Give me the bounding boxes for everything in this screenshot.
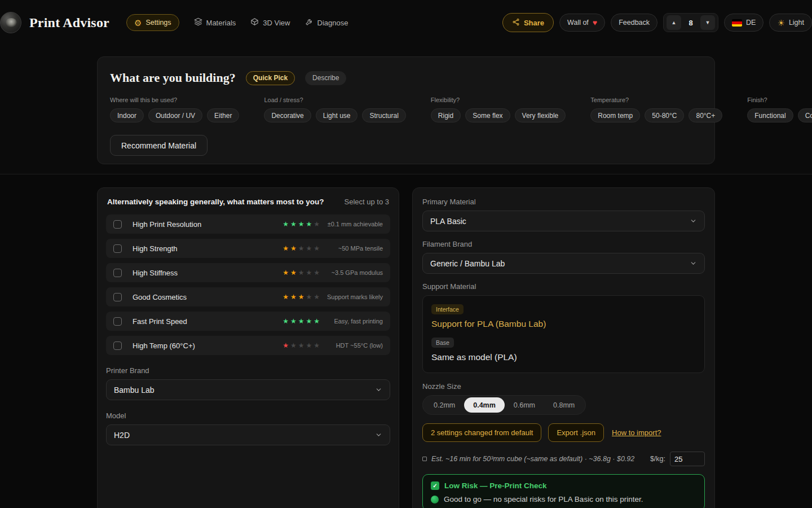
option-some-flex[interactable]: Some flex	[465, 108, 510, 122]
priority-label: High Print Resolution	[133, 220, 201, 229]
risk-body-text: Good to go — no special risks for PLA Ba…	[444, 495, 643, 503]
estimate-row: Est. ~16 min for 50³mm cube (~same as de…	[422, 452, 705, 466]
check-icon: ✓	[431, 481, 439, 490]
tab-3d-view[interactable]: 3D View	[250, 17, 290, 28]
how-to-import-link[interactable]: How to import?	[612, 428, 661, 437]
brand: Print Advisor	[0, 12, 109, 33]
priority-row-high-stiffness[interactable]: High Stiffness ★★★★★ ~3.5 GPa modulus	[106, 263, 390, 282]
checkbox[interactable]	[113, 269, 122, 277]
question-flexibility: Flexibility? Rigid Some flex Very flexib…	[431, 97, 566, 122]
question-finish: Finish? Functional Cosmetic	[747, 97, 812, 122]
tab-materials-label: Materials	[206, 19, 236, 27]
price-per-kg-input[interactable]	[670, 452, 705, 466]
theme-label: Light	[789, 19, 804, 27]
star-rating: ★★★★★	[283, 245, 320, 252]
filament-brand-select[interactable]: Generic / Bambu Lab	[422, 253, 705, 274]
checkbox[interactable]	[113, 244, 122, 253]
option-outdoor-uv[interactable]: Outdoor / UV	[148, 108, 202, 122]
checkbox[interactable]	[113, 220, 122, 229]
sun-icon: ☀	[777, 19, 784, 27]
recommend-material-button[interactable]: Recommend Material	[110, 135, 208, 156]
header-actions: Share Wall of ♥ Feedback ▲ 8 ▼ DE	[502, 13, 812, 32]
app-logo	[0, 12, 21, 33]
tab-quick-pick[interactable]: Quick Pick	[246, 71, 295, 85]
priority-note: ±0.1 mm achievable	[326, 221, 383, 227]
feedback-button[interactable]: Feedback	[611, 14, 657, 32]
option-decorative[interactable]: Decorative	[264, 108, 311, 122]
printer-brand-value: Bambu Lab	[114, 386, 155, 395]
option-rigid[interactable]: Rigid	[431, 108, 461, 122]
priority-label: Fast Print Speed	[133, 317, 187, 326]
chevron-down-icon	[375, 386, 382, 393]
up-triangle-icon: ▲	[672, 20, 677, 25]
priority-label: High Strength	[133, 244, 178, 253]
theme-toggle-button[interactable]: ☀ Light	[769, 14, 812, 32]
heart-icon: ♥	[593, 19, 597, 27]
layers-icon	[194, 17, 202, 28]
option-light-use[interactable]: Light use	[316, 108, 358, 122]
priority-row-high-strength[interactable]: High Strength ★★★★★ ~50 MPa tensile	[106, 239, 390, 258]
nozzle-option-0-8mm[interactable]: 0.8mm	[544, 397, 584, 413]
wall-of-love-button[interactable]: Wall of ♥	[559, 14, 605, 32]
support-material-label: Support Material	[422, 282, 705, 291]
option-80c-plus[interactable]: 80°C+	[689, 108, 722, 122]
checkbox[interactable]	[113, 317, 122, 326]
checkbox[interactable]	[113, 293, 122, 301]
nozzle-option-0-2mm[interactable]: 0.2mm	[425, 397, 464, 413]
primary-material-value: PLA Basic	[430, 217, 466, 226]
tab-materials[interactable]: Materials	[194, 17, 236, 28]
priority-row-fast-print-speed[interactable]: Fast Print Speed ★★★★★ Easy, fast printi…	[106, 312, 390, 331]
chevron-down-icon	[375, 431, 382, 439]
interface-badge: Interface	[431, 304, 464, 314]
filament-brand-value: Generic / Bambu Lab	[430, 259, 505, 268]
language-button[interactable]: DE	[724, 14, 764, 32]
option-structural[interactable]: Structural	[362, 108, 405, 122]
decrement-button[interactable]: ▼	[700, 15, 715, 30]
star-rating: ★★★★★	[283, 318, 320, 325]
nozzle-option-0-4mm[interactable]: 0.4mm	[464, 397, 505, 413]
checkbox[interactable]	[113, 341, 122, 350]
risk-title: Low Risk — Pre-Print Check	[444, 481, 547, 490]
pre-print-check-panel: ✓ Low Risk — Pre-Print Check Good to go …	[422, 474, 705, 508]
option-50-80c[interactable]: 50-80°C	[645, 108, 684, 122]
base-badge: Base	[431, 338, 454, 348]
priority-note: HDT ~55°C (low)	[326, 342, 383, 349]
option-cosmetic[interactable]: Cosmetic	[798, 108, 812, 122]
base-material-value: Same as model (PLA)	[431, 352, 696, 362]
option-functional[interactable]: Functional	[747, 108, 793, 122]
option-indoor[interactable]: Indoor	[110, 108, 144, 122]
question-label: Finish?	[747, 97, 812, 103]
share-button[interactable]: Share	[502, 13, 554, 32]
cube-outline-icon	[422, 457, 427, 461]
printer-brand-select[interactable]: Bambu Lab	[106, 379, 390, 400]
tab-diagnose[interactable]: Diagnose	[305, 17, 348, 28]
question-label: Where will this be used?	[110, 97, 239, 103]
printer-model-label: Model	[106, 411, 390, 420]
green-circle-icon	[431, 496, 439, 503]
nozzle-size-segmented-control: 0.2mm 0.4mm 0.6mm 0.8mm	[422, 395, 586, 415]
settings-changed-button[interactable]: 2 settings changed from default	[422, 423, 541, 442]
builder-title: What are you building?	[110, 71, 236, 85]
priority-row-high-temp[interactable]: High Temp (60°C+) ★★★★★ HDT ~55°C (low)	[106, 336, 390, 355]
star-rating: ★★★★★	[283, 269, 320, 276]
priority-note: ~50 MPa tensile	[326, 245, 383, 252]
primary-material-select[interactable]: PLA Basic	[422, 211, 705, 231]
increment-button[interactable]: ▲	[667, 15, 681, 30]
question-usage: Where will this be used? Indoor Outdoor …	[110, 97, 239, 122]
export-json-button[interactable]: Export .json	[548, 423, 604, 442]
share-icon	[512, 18, 520, 28]
priority-row-good-cosmetics[interactable]: Good Cosmetics ★★★★★ Support marks likel…	[106, 287, 390, 306]
option-room-temp[interactable]: Room temp	[590, 108, 640, 122]
support-material-panel: Interface Support for PLA (Bambu Lab) Ba…	[422, 295, 705, 373]
printer-model-select[interactable]: H2D	[106, 424, 390, 445]
option-either[interactable]: Either	[207, 108, 239, 122]
tab-settings[interactable]: ⚙ Settings	[126, 14, 179, 31]
estimate-text: Est. ~16 min for 50³mm cube (~same as de…	[431, 455, 634, 463]
nozzle-option-0-6mm[interactable]: 0.6mm	[505, 397, 544, 413]
question-label: Load / stress?	[264, 97, 405, 103]
question-label: Temperature?	[590, 97, 722, 103]
priority-row-high-print-resolution[interactable]: High Print Resolution ★★★★★ ±0.1 mm achi…	[106, 214, 390, 234]
tab-describe[interactable]: Describe	[305, 71, 346, 85]
option-very-flexible[interactable]: Very flexible	[515, 108, 566, 122]
feedback-label: Feedback	[619, 19, 650, 27]
